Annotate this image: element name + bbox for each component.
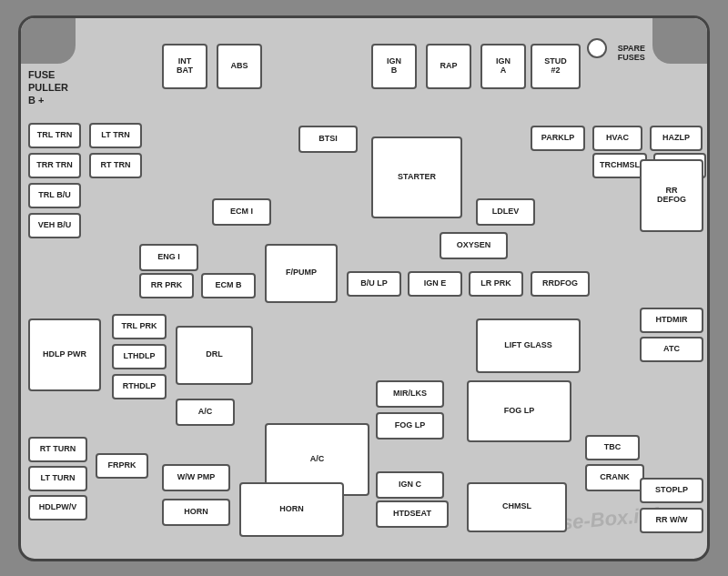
fuse-lt-trn: LT TRN [89,123,142,148]
fuse-hvac: HVAC [592,126,642,151]
fuse-trchmsl: TRCHMSL [592,153,647,178]
fuse-box-inner: FUSE PULLER B + SPARE FUSES Fuse-Box.inf… [21,18,707,559]
fuse-fog-lp-top: FOG LP [376,412,444,440]
fuse-fog-lp-big: FOG LP [467,380,571,442]
fuse-ldlev: LDLEV [476,198,535,226]
fuse-rr-prk: RR PRK [139,273,194,298]
fuse-bu-lp: B/U LP [347,271,401,297]
fuse-tbc: TBC [585,435,640,460]
fuse-rt-turn: RT TURN [28,437,87,462]
spare-fuses-label: SPARE FUSES [618,44,645,64]
fuse-abs: ABS [217,44,262,89]
fuse-btsi: BTSI [298,126,358,153]
fuse-horn-large: HORN [239,482,344,537]
fuse-lthdlp: LTHDLP [112,344,167,369]
fuse-f-pump: F/PUMP [265,244,338,303]
fuse-crank: CRANK [585,464,644,491]
fuse-ecm-b: ECM B [201,273,256,298]
fuse-atc: ATC [640,337,703,362]
fuse-veh-bu: VEH B/U [28,213,81,238]
fuse-rr-ww: RR W/W [640,508,703,533]
fuse-int-bat: INT BAT [162,44,207,89]
fuse-rap: RAP [426,44,471,89]
fuse-stoplp: STOPLP [640,478,703,503]
fuse-stud2: STUD #2 [531,44,581,89]
fuse-lift-glass: LIFT GLASS [476,318,581,373]
fuse-eng-i: ENG I [139,244,198,271]
fuse-ww-pmp: W/W PMP [162,464,230,491]
fuse-ecm-i: ECM I [212,198,271,226]
fuse-oxysen: OXYSEN [440,232,508,259]
fuse-rthdlp: RTHDLP [112,374,167,399]
fuse-lt-turn: LT TURN [28,466,87,491]
fuse-chmsl: CHMSL [467,482,567,532]
fuse-drl: DRL [176,326,253,385]
fuse-trl-prk: TRL PRK [112,314,167,339]
fuse-ign-b: IGN B [371,44,417,89]
fuse-ign-a: IGN A [480,44,526,89]
fuse-trr-trn: TRR TRN [28,153,81,178]
fuse-mir-lks: MIR/LKS [376,380,444,408]
fuse-lr-prk: LR PRK [469,271,523,297]
fuse-frprk: FRPRK [96,453,148,479]
stud2-connector [587,38,607,58]
fuse-ign-c: IGN C [376,471,444,499]
fuse-htdmir: HTDMIR [640,308,703,333]
fuse-ign-e: IGN E [408,271,462,297]
fuse-hdlpwv: HDLPW/V [28,495,87,520]
fuse-rt-trn: RT TRN [89,153,142,178]
fuse-htdseat: HTDSEAT [376,500,449,528]
fuse-hazlp: HAZLP [650,126,703,151]
fuse-trl-bu: TRL B/U [28,183,81,208]
fuse-puller-label: FUSE PULLER B + [28,68,68,107]
fuse-trl-trn: TRL TRN [28,123,81,148]
fuse-rrdfog: RRDFOG [531,271,590,297]
fuse-box: FUSE PULLER B + SPARE FUSES Fuse-Box.inf… [18,15,710,561]
fuse-hdlp-pwr: HDLP PWR [28,318,101,391]
fuse-ac-small: A/C [176,399,235,426]
fuse-parklp: PARKLP [531,126,585,151]
fuse-rr-defog: RR DEFOG [640,159,703,232]
fuse-starter: STARTER [371,136,462,218]
fuse-horn-small: HORN [162,499,230,526]
